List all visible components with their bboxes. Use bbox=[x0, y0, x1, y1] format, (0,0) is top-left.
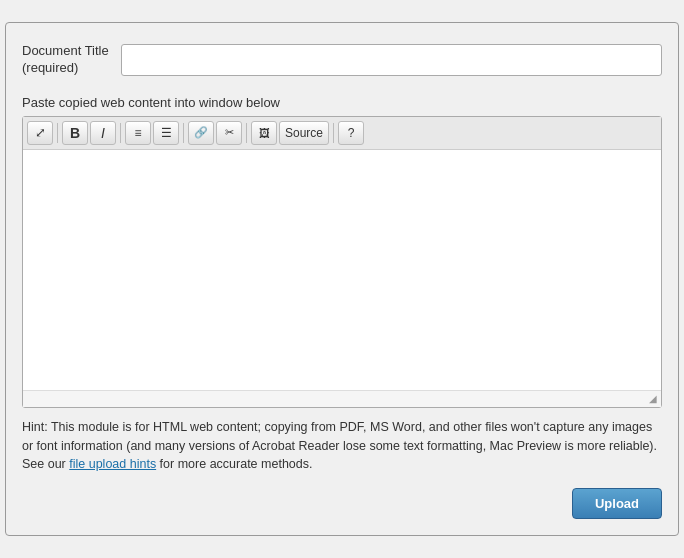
hint-suffix: for more accurate methods. bbox=[156, 457, 312, 471]
hint-text: Hint: This module is for HTML web conten… bbox=[22, 418, 662, 474]
upload-button[interactable]: Upload bbox=[572, 488, 662, 519]
italic-button[interactable]: I bbox=[90, 121, 116, 145]
file-upload-hints-link[interactable]: file upload hints bbox=[69, 457, 156, 471]
expand-button[interactable] bbox=[27, 121, 53, 145]
editor-resize-bar: ◢ bbox=[23, 390, 661, 407]
editor-container: B I ≡ ☰ 🔗 ✂ 🖼 Source ? bbox=[22, 116, 662, 408]
ol-icon: ≡ bbox=[134, 126, 141, 140]
source-button[interactable]: Source bbox=[279, 121, 329, 145]
separator-3 bbox=[183, 123, 184, 143]
footer-row: Upload bbox=[22, 488, 662, 519]
dialog: Document Title (required) Paste copied w… bbox=[5, 22, 679, 536]
separator-5 bbox=[333, 123, 334, 143]
image-icon: 🖼 bbox=[259, 127, 270, 139]
separator-4 bbox=[246, 123, 247, 143]
link-button[interactable]: 🔗 bbox=[188, 121, 214, 145]
bold-button[interactable]: B bbox=[62, 121, 88, 145]
link-icon: 🔗 bbox=[194, 126, 208, 139]
title-row: Document Title (required) bbox=[22, 43, 662, 77]
ul-icon: ☰ bbox=[161, 126, 172, 140]
expand-icon bbox=[35, 125, 46, 140]
separator-2 bbox=[120, 123, 121, 143]
editor-body[interactable] bbox=[23, 150, 661, 390]
paste-label: Paste copied web content into window bel… bbox=[22, 95, 662, 110]
unlink-icon: ✂ bbox=[225, 126, 234, 139]
separator-1 bbox=[57, 123, 58, 143]
unlink-button[interactable]: ✂ bbox=[216, 121, 242, 145]
document-title-label: Document Title (required) bbox=[22, 43, 109, 77]
resize-handle[interactable]: ◢ bbox=[647, 393, 659, 405]
image-button[interactable]: 🖼 bbox=[251, 121, 277, 145]
unordered-list-button[interactable]: ☰ bbox=[153, 121, 179, 145]
help-button[interactable]: ? bbox=[338, 121, 364, 145]
document-title-input[interactable] bbox=[121, 44, 662, 76]
toolbar: B I ≡ ☰ 🔗 ✂ 🖼 Source ? bbox=[23, 117, 661, 150]
ordered-list-button[interactable]: ≡ bbox=[125, 121, 151, 145]
